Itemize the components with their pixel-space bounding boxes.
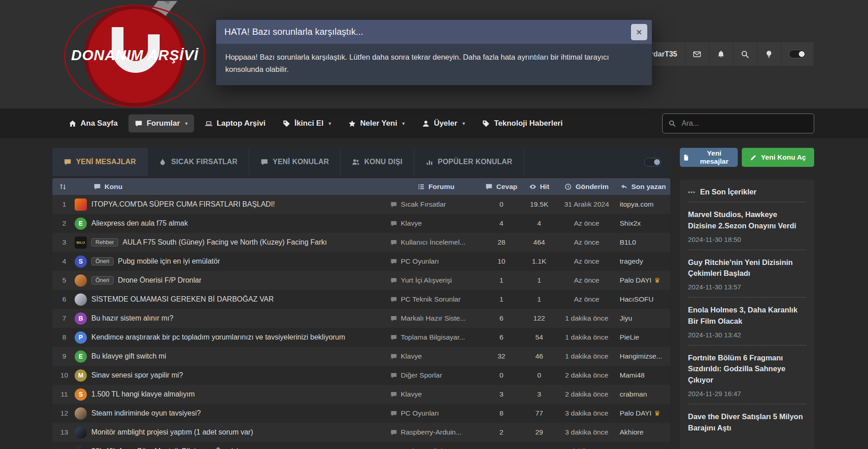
alerts-button[interactable] [709, 42, 733, 66]
table-row[interactable]: 10 M Sinav senesi spor yapilir mi? Diğer… [52, 366, 670, 385]
header-views[interactable]: Hit [521, 183, 557, 191]
tab-yeni-konular[interactable]: YENİ KONULAR [249, 148, 341, 176]
last-poster-cell[interactable]: Akhiore [616, 428, 670, 436]
last-poster-cell[interactable]: Mami48 [616, 371, 670, 379]
avatar[interactable] [75, 445, 87, 449]
thread-title[interactable]: Drone Önerisi F/P Dronlar [118, 276, 202, 284]
avatar[interactable]: BILO [75, 236, 87, 249]
forum-cell[interactable]: Markalı Hazır Siste... [390, 314, 482, 322]
tab-yeni-mesajlar[interactable]: YENİ MESAJLAR [52, 148, 147, 176]
avatar[interactable] [75, 199, 87, 211]
forum-cell[interactable]: Yurt İçi Alışverişi [390, 276, 482, 284]
table-row[interactable]: 1 ITOPYA.COM'DA SÜPER CUMA FIRSATLARI BA… [52, 195, 670, 214]
forum-cell[interactable]: Toplama Bilgisayar... [390, 333, 482, 341]
tab-konu-disi[interactable]: KONU DIŞI [341, 148, 414, 176]
last-poster-cell[interactable]: Palo DAYI ♛ [616, 409, 670, 417]
thread-title[interactable]: Sinav senesi spor yapilir mi? [91, 371, 183, 379]
tab-populer-konular[interactable]: POPÜLER KONULAR [414, 148, 524, 176]
last-poster-cell[interactable]: Palo DAYI ♛ [616, 276, 670, 284]
avatar[interactable]: E [75, 350, 87, 363]
avatar[interactable] [75, 274, 87, 287]
last-poster-cell[interactable]: B1L0 [616, 238, 670, 246]
thread-title[interactable]: ITOPYA.COM'DA SÜPER CUMA FIRSATLARI BAŞL… [91, 200, 275, 208]
forum-cell[interactable]: Toplama Bilgisayar... [390, 447, 482, 449]
table-row[interactable]: 11 S 1.500 TL hangi klavye almalıyım Kla… [52, 385, 670, 404]
avatar[interactable]: B [75, 312, 87, 325]
header-last-poster[interactable]: Son yazan [616, 183, 670, 191]
last-poster-cell[interactable]: Jiyu [616, 314, 670, 322]
avatar[interactable]: S [75, 388, 87, 401]
avatar[interactable]: M [75, 369, 87, 382]
last-poster-cell[interactable]: Shix2x [616, 219, 670, 227]
new-topic-button[interactable]: Yeni Konu Aç [742, 148, 814, 167]
site-logo[interactable]: DONANIM ARŞİVİ [62, 1, 212, 108]
forum-cell[interactable]: Klavye [390, 390, 482, 398]
header-posted[interactable]: Gönderim [557, 183, 616, 191]
new-messages-button[interactable]: Yeni mesajlar [680, 148, 738, 167]
nav-item-laptop-arsivi[interactable]: Laptop Arşivi [199, 114, 272, 132]
thread-title[interactable]: AULA F75 South (Güney) Facing ve North (… [123, 238, 327, 246]
nav-item-teknoloji-haberleri[interactable]: Teknoloji Haberleri [476, 114, 569, 132]
thread-title[interactable]: SİSTEMDE OLMAMASI GEREKEN Bİ DARBOĞAZ VA… [91, 295, 274, 303]
thread-title[interactable]: Pubg mobile için en iyi emülatör [118, 257, 220, 265]
forum-cell[interactable]: Klavye [390, 219, 482, 227]
table-row[interactable]: 8 P Kendimce araştırarak bir pc topladım… [52, 328, 670, 347]
thread-title[interactable]: Aliexpress den aula f75 almak [91, 219, 188, 227]
sort-icon[interactable] [59, 183, 66, 190]
nav-item-i-kinci-el[interactable]: İkinci El ▾ [276, 114, 337, 132]
avatar[interactable]: E [75, 217, 87, 230]
nav-item-neler-yeni[interactable]: Neler Yeni ▾ [342, 114, 411, 132]
table-row[interactable]: 5 Öneri Drone Önerisi F/P Dronlar Yurt İ… [52, 271, 670, 290]
avatar[interactable] [75, 426, 87, 439]
latest-item[interactable]: Enola Holmes 3, Daha Karanlık Bir Film O… [688, 297, 806, 345]
search-button[interactable] [733, 42, 757, 66]
avatar[interactable]: P [75, 331, 87, 344]
forum-cell[interactable]: Klavye [390, 352, 482, 360]
forum-cell[interactable]: PC Oyunları [390, 257, 482, 265]
latest-item[interactable]: Guy Ritchie’nin Yeni Dizisinin Çekimleri… [688, 250, 806, 298]
tab-sicak-firsatlar[interactable]: SICAK FIRSATLAR [147, 148, 249, 176]
header-replies[interactable]: Cevap [482, 183, 521, 191]
table-row[interactable]: 13 Monitör amblight projesi yaptım (1 ad… [52, 423, 670, 442]
nav-item-ana-sayfa[interactable]: Ana Sayfa [62, 114, 124, 132]
avatar[interactable]: S [75, 255, 87, 268]
forum-cell[interactable]: Kullanıcı İncelemel... [390, 238, 482, 246]
last-poster-cell[interactable]: crabman [616, 390, 670, 398]
header-topic[interactable]: Konu [52, 183, 390, 191]
last-poster-cell[interactable]: tragedy [616, 257, 670, 265]
thread-title[interactable]: Steam indiriminde oyun tavsiyesi? [91, 409, 201, 417]
forum-cell[interactable]: Raspberry-Arduin... [390, 428, 482, 436]
thread-title[interactable]: Monitör amblight projesi yaptım (1 adet … [91, 428, 253, 436]
last-poster-cell[interactable]: HacıSOFU [616, 295, 670, 303]
search-input[interactable] [681, 119, 808, 128]
table-row[interactable]: 4 S Öneri Pubg mobile için en iyi emülat… [52, 252, 670, 271]
forum-cell[interactable]: Sıcak Fırsatlar [390, 200, 482, 208]
thread-title[interactable]: 30k 40k Arası Büro Montajlı Bilgisayar Ö… [91, 447, 238, 449]
last-poster-cell[interactable]: Hangimizse... [616, 352, 670, 360]
thread-title[interactable]: Bu klavye gift switch mi [91, 352, 166, 360]
table-row[interactable]: 9 E Bu klavye gift switch mi Klavye 32 4… [52, 347, 670, 366]
forum-cell[interactable]: PC Teknik Sorunlar [390, 295, 482, 303]
avatar[interactable] [75, 407, 87, 420]
nav-item-forumlar[interactable]: Forumlar ▾ [128, 114, 194, 132]
latest-item[interactable]: Fortnite Bölüm 6 Fragmanı Sızdırıldı: Go… [688, 345, 806, 404]
messages-button[interactable] [685, 42, 709, 66]
last-poster-cell[interactable]: itopya.com [616, 200, 670, 208]
close-icon[interactable]: × [631, 24, 647, 40]
nav-item-uyeler[interactable]: Üyeler ▾ [416, 114, 471, 132]
theme-toggle[interactable] [781, 42, 814, 66]
table-row[interactable]: 6 SİSTEMDE OLMAMASI GEREKEN Bİ DARBOĞAZ … [52, 290, 670, 309]
table-row[interactable]: 3 BILO Rehber AULA F75 South (Güney) Fac… [52, 233, 670, 252]
table-row[interactable]: 2 E Aliexpress den aula f75 almak Klavye… [52, 214, 670, 233]
thread-title[interactable]: Bu hazır sistem alınır mı? [91, 314, 173, 322]
ideas-button[interactable] [757, 42, 781, 66]
header-forum[interactable]: Forumu [390, 183, 482, 191]
latest-item[interactable]: Dave the Diver Satışları 5 Milyon Barajı… [688, 404, 806, 444]
table-row[interactable]: 7 B Bu hazır sistem alınır mı? Markalı H… [52, 309, 670, 328]
list-style-toggle[interactable] [644, 158, 661, 166]
latest-item[interactable]: Marvel Studios, Hawkeye Dizisine 2.Sezon… [688, 202, 806, 250]
forum-cell[interactable]: Diğer Sporlar [390, 371, 482, 379]
thread-title[interactable]: 1.500 TL hangi klavye almalıyım [91, 390, 195, 398]
table-row[interactable]: 12 Steam indiriminde oyun tavsiyesi? PC … [52, 404, 670, 423]
thread-title[interactable]: Kendimce araştırarak bir pc topladım yor… [91, 333, 345, 341]
